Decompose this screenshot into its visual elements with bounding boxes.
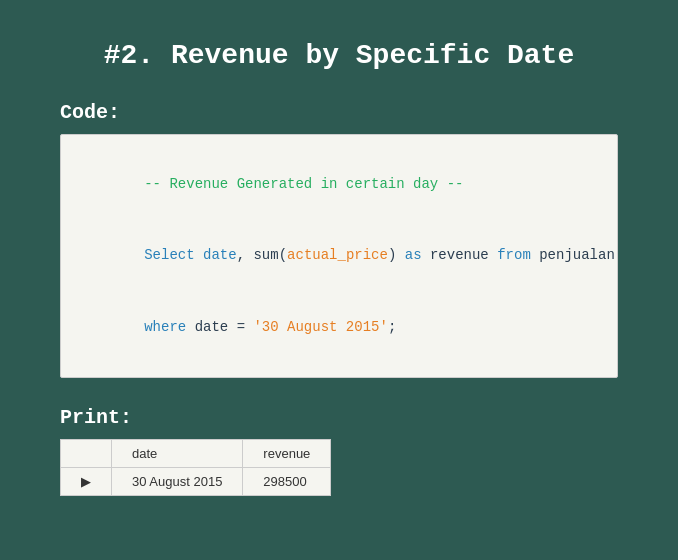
- code-section: Code: -- Revenue Generated in certain da…: [60, 101, 618, 406]
- table-cell-revenue: 298500: [243, 468, 331, 496]
- keyword-select: Select: [144, 247, 194, 263]
- code-line-1: -- Revenue Generated in certain day --: [77, 149, 601, 220]
- code-line-3: where date = '30 August 2015';: [77, 292, 601, 363]
- code-table-name: penjualan: [531, 247, 615, 263]
- table-header-revenue: revenue: [243, 440, 331, 468]
- print-section: Print: date revenue ▶ 30 August 2015 298…: [60, 406, 618, 496]
- code-comment: -- Revenue Generated in certain day --: [144, 176, 463, 192]
- table-header-date: date: [112, 440, 243, 468]
- code-line-2: Select date, sum(actual_price) as revenu…: [77, 220, 601, 291]
- code-paren-close: ): [388, 247, 405, 263]
- code-revenue-label: revenue: [422, 247, 498, 263]
- keyword-as: as: [405, 247, 422, 263]
- result-table-wrapper: date revenue ▶ 30 August 2015 298500: [60, 439, 618, 496]
- code-semicolon: ;: [388, 319, 396, 335]
- code-fn-sum: sum: [253, 247, 278, 263]
- table-header-indicator: [61, 440, 112, 468]
- keyword-where: where: [144, 319, 186, 335]
- page-container: #2. Revenue by Specific Date Code: -- Re…: [0, 0, 678, 560]
- keyword-from: from: [497, 247, 531, 263]
- code-label: Code:: [60, 101, 618, 124]
- result-table: date revenue ▶ 30 August 2015 298500: [60, 439, 331, 496]
- code-block: -- Revenue Generated in certain day -- S…: [60, 134, 618, 378]
- table-cell-date: 30 August 2015: [112, 468, 243, 496]
- print-label: Print:: [60, 406, 618, 429]
- code-plain-2: ,: [237, 247, 254, 263]
- code-where-clause: date =: [186, 319, 253, 335]
- code-plain: [195, 247, 203, 263]
- row-indicator: ▶: [61, 468, 112, 496]
- table-row: ▶ 30 August 2015 298500: [61, 468, 331, 496]
- keyword-date: date: [203, 247, 237, 263]
- page-title: #2. Revenue by Specific Date: [60, 40, 618, 71]
- code-paren-open: (: [279, 247, 287, 263]
- code-actual-price: actual_price: [287, 247, 388, 263]
- code-date-string: '30 August 2015': [253, 319, 387, 335]
